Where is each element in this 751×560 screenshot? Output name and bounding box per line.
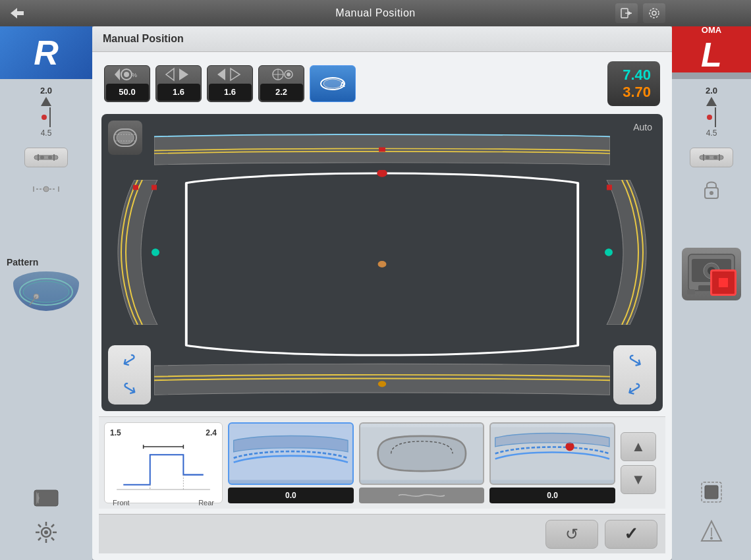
confirm-button[interactable]: ✓ <box>605 520 657 549</box>
svg-text:%: % <box>132 72 137 78</box>
up-arrow-icon: ▲ <box>631 438 646 455</box>
orange-value: 3.70 <box>617 84 651 101</box>
stop-button[interactable] <box>710 269 737 296</box>
option3-button[interactable]: 0.0 <box>489 422 615 503</box>
down-arrow-icon: ▼ <box>631 471 646 488</box>
option1-image <box>228 422 354 485</box>
left-measure-button[interactable] <box>24 148 68 167</box>
right-values-display: 7.40 3.70 <box>607 61 660 106</box>
lens-icon-button[interactable] <box>108 121 142 155</box>
up-button[interactable]: ▲ <box>621 432 656 461</box>
right-connector <box>715 107 716 127</box>
svg-point-5 <box>652 11 656 15</box>
profile-front-label: Front <box>113 499 130 507</box>
lens-tool-button[interactable]: A <box>310 65 356 102</box>
title-bar: Manual Position <box>0 0 751 26</box>
prism-tool-button[interactable]: % 50.0 <box>104 65 150 102</box>
down-button[interactable]: ▼ <box>621 465 656 494</box>
bottom-panel: 1.5 2.4 <box>99 416 665 509</box>
settings-button[interactable] <box>643 3 665 23</box>
cyan-value: 7.40 <box>617 67 651 84</box>
right-measure-button[interactable] <box>690 148 733 167</box>
profile-graph <box>110 440 217 496</box>
top-curve <box>154 134 610 173</box>
svg-point-85 <box>378 261 387 267</box>
target-value: 2.2 <box>260 84 303 101</box>
base1-tool-button[interactable]: 1.6 <box>155 65 202 102</box>
confirm-icon: ✓ <box>624 524 638 544</box>
option2-button[interactable] <box>359 422 485 503</box>
left-arrow-group: 2.0 4.5 <box>40 86 52 138</box>
svg-line-30 <box>51 538 54 540</box>
target-tool-button[interactable]: 2.2 <box>258 65 304 102</box>
rotate-left-down-arrow: ↩ <box>117 376 141 402</box>
exit-button[interactable] <box>615 3 638 23</box>
lock-icon <box>702 177 721 205</box>
right-bottom-icon[interactable] <box>698 518 725 547</box>
svg-rect-92 <box>229 427 352 480</box>
bottom-options: 0.0 <box>228 422 615 503</box>
svg-rect-48 <box>705 486 718 499</box>
svg-rect-77 <box>152 185 157 190</box>
option1-value: 0.0 <box>228 488 354 503</box>
auto-label: Auto <box>633 122 652 132</box>
r-button[interactable]: R <box>0 26 92 79</box>
left-side-element <box>115 180 161 325</box>
stop-icon <box>719 278 728 287</box>
option3-image <box>489 422 615 485</box>
svg-point-10 <box>40 155 44 159</box>
right-sidebar: 2.0 4.5 <box>672 79 751 560</box>
rotate-left-button[interactable]: ↩ ↩ <box>108 345 151 405</box>
svg-point-37 <box>713 155 717 159</box>
svg-rect-75 <box>133 185 138 190</box>
rotate-right-down-arrow: ↪ <box>623 376 646 402</box>
right-value: 2.0 <box>706 86 717 96</box>
svg-point-54 <box>124 72 129 77</box>
option2-value <box>359 488 485 503</box>
left-up-arrow <box>41 97 51 106</box>
svg-rect-81 <box>607 185 612 190</box>
profile-val-right: 2.4 <box>206 428 217 437</box>
right-up-arrow <box>706 97 717 106</box>
right-side-element <box>603 180 650 325</box>
svg-point-76 <box>152 248 159 256</box>
svg-rect-1 <box>16 11 24 15</box>
machine-image <box>682 248 741 300</box>
svg-point-64 <box>287 72 291 76</box>
svg-point-95 <box>566 442 574 451</box>
left-value: 2.0 <box>40 86 52 96</box>
svg-rect-73 <box>379 148 385 152</box>
svg-point-24 <box>44 530 48 534</box>
rotate-right-button[interactable]: ↪ ↪ <box>613 345 656 405</box>
svg-line-29 <box>38 524 41 527</box>
svg-point-11 <box>48 155 52 159</box>
curve-profile-chart: 1.5 2.4 <box>104 422 223 503</box>
right-tool-icon <box>698 479 725 508</box>
bottom-curve <box>154 358 610 398</box>
pattern-label: Pattern <box>3 257 89 267</box>
left-gear-icon[interactable] <box>34 520 58 547</box>
profile-values: 1.5 2.4 <box>110 428 217 437</box>
profile-labels: Front Rear <box>110 499 217 507</box>
center-lens <box>161 170 603 358</box>
oma-button[interactable]: OMA L <box>672 26 751 72</box>
svg-point-39 <box>709 191 713 195</box>
right-dot <box>707 115 712 120</box>
prism-value: 50.0 <box>106 84 149 101</box>
nav-back-button[interactable] <box>7 3 28 23</box>
modal: Manual Position % 50.0 1.6 <box>92 26 672 560</box>
reset-icon: ↺ <box>565 525 578 544</box>
svg-rect-45 <box>687 289 695 294</box>
reset-button[interactable]: ↺ <box>545 520 598 549</box>
pattern-image[interactable] <box>13 271 79 311</box>
option3-value: 0.0 <box>489 488 615 503</box>
left-tool-icon <box>33 485 59 514</box>
svg-point-51 <box>710 537 713 540</box>
right-machine-container <box>682 248 741 300</box>
base2-tool-button[interactable]: 1.6 <box>207 65 253 102</box>
svg-point-13 <box>43 186 49 192</box>
option1-button[interactable]: 0.0 <box>228 422 354 503</box>
bottom-right-actions: ▲ ▼ <box>621 422 660 503</box>
left-dot <box>42 115 47 120</box>
left-sub: 4.5 <box>41 128 52 138</box>
